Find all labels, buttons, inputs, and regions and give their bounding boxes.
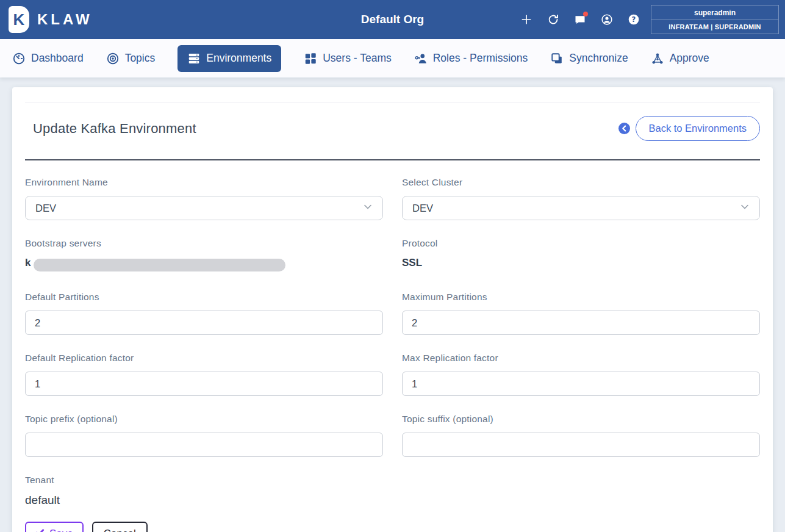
server-stack-icon — [187, 52, 201, 65]
save-button[interactable]: Save — [25, 522, 84, 532]
nav-label: Environments — [206, 52, 271, 65]
field-label: Default Replication factor — [25, 353, 383, 364]
back-to-environments-button[interactable]: Back to Environments — [636, 116, 761, 141]
top-bar: K KLAW Default Org — [0, 0, 785, 39]
user-info-box[interactable]: superadmin INFRATEAM | SUPERADMIN — [651, 5, 779, 34]
nav-label: Synchronize — [569, 52, 628, 65]
check-icon — [35, 528, 45, 532]
bootstrap-visible-text: k — [25, 257, 30, 269]
protocol-value: SSL — [402, 257, 760, 269]
user-name: superadmin — [651, 5, 778, 20]
field-label: Topic suffix (optional) — [402, 414, 760, 425]
tenant-value: default — [25, 494, 383, 507]
messages-icon[interactable] — [574, 13, 586, 26]
max-replication-factor-input[interactable] — [402, 372, 760, 396]
field-label: Max Replication factor — [402, 353, 760, 364]
field-default-replication-factor: Default Replication factor — [25, 353, 383, 396]
nav-item-environments[interactable]: Environments — [177, 45, 281, 72]
update-environment-card: Update Kafka Environment Back to Environ… — [12, 87, 773, 532]
card-header: Update Kafka Environment Back to Environ… — [25, 102, 760, 159]
nav-item-topics[interactable]: Topics — [106, 52, 156, 65]
nav-label: Dashboard — [31, 52, 84, 65]
field-topic-suffix: Topic suffix (optional) — [402, 414, 760, 457]
help-icon[interactable]: ? — [628, 13, 640, 26]
field-protocol: Protocol SSL — [402, 238, 760, 271]
nav-label: Topics — [125, 52, 156, 65]
main-nav: Dashboard Topics Environments — [0, 39, 785, 77]
topic-prefix-input[interactable] — [25, 433, 383, 457]
field-maximum-partitions: Maximum Partitions — [402, 292, 760, 335]
topic-suffix-input[interactable] — [402, 433, 760, 457]
field-label: Bootstrap servers — [25, 238, 383, 249]
default-replication-factor-input[interactable] — [25, 372, 383, 396]
nav-item-roles-permissions[interactable]: Roles - Permissions — [414, 52, 528, 65]
redaction-bar — [34, 259, 285, 271]
back-arrow-icon[interactable] — [618, 123, 630, 134]
cancel-button[interactable]: Cancel — [92, 522, 148, 532]
environment-name-select[interactable]: DEV — [25, 196, 383, 220]
field-label: Environment Name — [25, 177, 383, 188]
default-partitions-input[interactable] — [25, 311, 383, 335]
field-label: Tenant — [25, 475, 383, 486]
field-select-cluster: Select Cluster DEV — [402, 177, 760, 220]
field-topic-prefix: Topic prefix (optional) — [25, 414, 383, 457]
chevron-down-icon — [363, 202, 373, 214]
nav-item-approve[interactable]: Approve — [651, 52, 709, 65]
nav-item-users-teams[interactable]: Users - Teams — [304, 52, 391, 65]
add-icon[interactable] — [520, 13, 532, 26]
field-environment-name: Environment Name DEV — [25, 177, 383, 220]
field-tenant: Tenant default — [25, 475, 383, 507]
user-profile-icon[interactable] — [601, 13, 613, 26]
field-bootstrap-servers: Bootstrap servers k — [25, 238, 383, 271]
content-area: Update Kafka Environment Back to Environ… — [0, 77, 785, 532]
approve-hub-icon — [651, 52, 664, 65]
field-label: Protocol — [402, 238, 760, 249]
chevron-down-icon — [740, 202, 750, 214]
nav-item-synchronize[interactable]: Synchronize — [550, 52, 628, 65]
user-team-role: INFRATEAM | SUPERADMIN — [651, 20, 778, 34]
bootstrap-servers-value: k — [25, 257, 383, 271]
selected-value: DEV — [412, 203, 433, 214]
team-grid-icon — [304, 52, 317, 65]
field-label: Default Partitions — [25, 292, 383, 303]
gauge-icon — [12, 52, 26, 65]
back-controls: Back to Environments — [618, 116, 761, 141]
refresh-icon[interactable] — [547, 13, 559, 26]
field-default-partitions: Default Partitions — [25, 292, 383, 335]
save-label: Save — [49, 528, 73, 532]
field-label: Topic prefix (optional) — [25, 414, 383, 425]
form-actions: Save Cancel — [25, 522, 760, 532]
org-title: Default Org — [361, 13, 424, 26]
nav-label: Users - Teams — [323, 52, 391, 65]
field-label: Select Cluster — [402, 177, 760, 188]
field-max-replication-factor: Max Replication factor — [402, 353, 760, 396]
sync-copy-icon — [550, 52, 564, 65]
environment-form: Environment Name DEV Select Cluster DEV — [25, 177, 760, 507]
header-divider — [25, 159, 760, 160]
svg-text:?: ? — [632, 15, 636, 24]
brand-name: KLAW — [37, 11, 93, 28]
maximum-partitions-input[interactable] — [402, 311, 760, 335]
field-label: Maximum Partitions — [402, 292, 760, 303]
nav-item-dashboard[interactable]: Dashboard — [12, 52, 84, 65]
roles-person-icon — [414, 52, 428, 65]
page-title: Update Kafka Environment — [25, 121, 196, 137]
nav-label: Approve — [670, 52, 709, 65]
topbar-icon-group: ? — [520, 13, 640, 26]
notification-dot — [583, 12, 588, 16]
target-icon — [106, 52, 120, 65]
selected-value: DEV — [35, 203, 56, 214]
nav-label: Roles - Permissions — [433, 52, 528, 65]
cluster-select[interactable]: DEV — [402, 196, 760, 220]
klaw-logo-icon[interactable]: K — [9, 6, 29, 33]
